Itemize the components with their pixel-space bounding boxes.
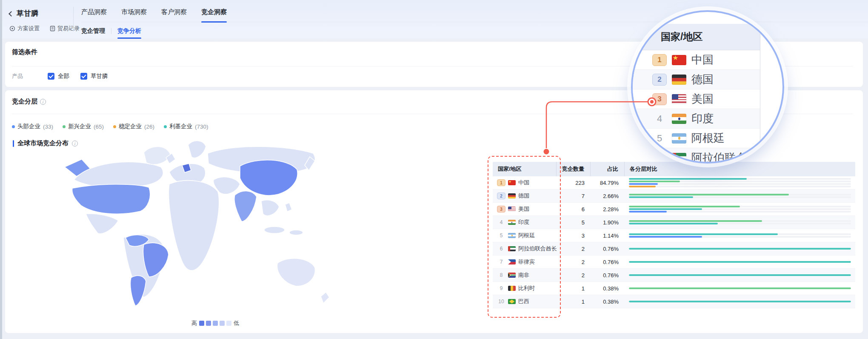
- legend-count: (33): [43, 124, 53, 130]
- tier-bars-cell: [625, 194, 855, 198]
- back-button[interactable]: 草甘膦: [9, 9, 38, 18]
- magnifier-country-name: 德国: [691, 72, 714, 87]
- map-africa: [169, 181, 219, 270]
- legend-label: 利基企业: [169, 123, 192, 130]
- table-row[interactable]: 5阿根廷31.14%: [493, 229, 855, 242]
- info-icon[interactable]: [40, 99, 46, 105]
- country-name: 比利时: [518, 284, 535, 292]
- tab-product-insight[interactable]: 产品洞察: [81, 8, 107, 17]
- tier-bars-cell: [625, 248, 855, 250]
- country-cell: 2德国: [493, 192, 557, 200]
- competitor-count: 2: [557, 272, 591, 279]
- col-country[interactable]: 国家/地区: [493, 162, 557, 176]
- flag-cn-icon: [508, 180, 516, 185]
- scale-square: [213, 321, 218, 326]
- subtab-competitor-management[interactable]: 竞企管理: [81, 27, 105, 35]
- percent-value: 2.28%: [591, 206, 625, 213]
- competitor-count: 1: [557, 299, 591, 305]
- magnifier-row: 1中国: [631, 50, 760, 70]
- bar-track: [629, 248, 851, 250]
- subtab-competition-analysis[interactable]: 竞争分析: [117, 27, 141, 35]
- flag-br-icon: [508, 299, 516, 304]
- table-row[interactable]: 1中国22384.79%: [493, 176, 855, 190]
- table-row[interactable]: 3美国62.28%: [493, 203, 855, 216]
- map-china: [240, 160, 297, 195]
- percent-value: 2.66%: [591, 193, 625, 199]
- bar-fill-top: [629, 211, 667, 213]
- flag-za-icon: [508, 273, 516, 278]
- legend-dot-icon: [113, 125, 116, 128]
- bar-fill-niche: [629, 178, 747, 180]
- stratification-title-row: 竞企分层: [12, 98, 46, 106]
- bar-fill-emerging: [629, 206, 740, 207]
- table-row[interactable]: 2德国72.66%: [493, 190, 855, 203]
- legend-item-stable[interactable]: 稳定企业(26): [113, 123, 154, 130]
- bar-fill-niche: [629, 301, 851, 302]
- bar-fill-top: [629, 183, 658, 185]
- scale-square: [199, 321, 204, 326]
- table-row[interactable]: 7菲律宾20.76%: [493, 256, 855, 269]
- percent-value: 1.14%: [591, 233, 625, 239]
- bar-track: [629, 220, 851, 222]
- rank-number: 5: [652, 133, 667, 144]
- legend-item-niche[interactable]: 利基企业(730): [164, 123, 208, 130]
- checkbox-option-all-label: 全部: [58, 72, 69, 80]
- bar-fill-niche: [629, 208, 702, 210]
- product-filter-row: 产品 全部 草甘膦: [12, 71, 119, 82]
- map-philippines: [285, 203, 292, 212]
- tab-customer-insight[interactable]: 客户洞察: [161, 8, 187, 17]
- bar-fill-niche: [629, 196, 693, 198]
- plan-settings-button[interactable]: 方案设置: [9, 25, 40, 32]
- magnifier-row: 3美国: [631, 89, 760, 109]
- bar-fill-niche: [629, 274, 851, 276]
- table-row[interactable]: 10巴西10.38%: [493, 295, 855, 308]
- map-new-zealand: [321, 292, 329, 303]
- table-row[interactable]: 8南非20.76%: [493, 269, 855, 282]
- rank-badge-2-icon: 2: [652, 74, 667, 86]
- table-row[interactable]: 4印度51.90%: [493, 216, 855, 229]
- tier-bars-cell: [625, 233, 855, 238]
- bar-track: [629, 196, 851, 198]
- tab-market-insight[interactable]: 市场洞察: [121, 8, 147, 17]
- country-cell: 10巴西: [493, 298, 557, 305]
- legend-item-top[interactable]: 头部企业(33): [12, 123, 53, 130]
- col-percent[interactable]: 占比: [591, 162, 625, 176]
- world-map[interactable]: [60, 141, 340, 319]
- rank-number: 7: [497, 259, 505, 265]
- competitor-count: 1: [557, 285, 591, 292]
- table-row[interactable]: 6阿拉伯联合酋长20.76%: [493, 242, 855, 256]
- col-count[interactable]: 竞企数量: [557, 162, 591, 176]
- country-cell: 5阿根廷: [493, 232, 557, 239]
- table-row[interactable]: 9比利时10.38%: [493, 282, 855, 295]
- checkbox-option-all[interactable]: 全部: [48, 72, 69, 80]
- col-tier-comparison[interactable]: 各分层对比: [625, 162, 855, 176]
- header-divider: [73, 7, 74, 32]
- bar-fill-niche: [629, 248, 851, 250]
- country-cell: 7菲律宾: [493, 258, 557, 266]
- checkbox-option-glyphosate[interactable]: 草甘膦: [80, 72, 108, 80]
- percent-value: 0.76%: [591, 246, 625, 252]
- page-title: 草甘膦: [17, 9, 38, 18]
- legend-label: 头部企业: [17, 123, 40, 130]
- map-greenland: [144, 147, 170, 164]
- back-chevron-icon: [9, 11, 14, 17]
- map-argentina: [130, 276, 146, 306]
- rank-number: 5: [497, 233, 505, 238]
- map-scandinavia: [188, 141, 206, 158]
- country-name: 南非: [518, 271, 529, 279]
- magnifier-row: 4印度: [631, 109, 760, 129]
- trade-records-button[interactable]: 贸易记录: [50, 25, 80, 32]
- legend-label: 稳定企业: [119, 123, 142, 130]
- filter-panel-title: 筛选条件: [12, 48, 37, 56]
- legend-item-emerging[interactable]: 新兴企业(65): [63, 123, 104, 130]
- country-name: 菲律宾: [518, 258, 535, 266]
- rank-number: 9: [497, 285, 505, 291]
- plan-settings-label: 方案设置: [17, 25, 40, 32]
- tab-competitor-insight[interactable]: 竞企洞察: [201, 8, 227, 17]
- bar-track: [629, 261, 851, 263]
- legend-dot-icon: [12, 125, 15, 128]
- bar-track: [629, 194, 851, 195]
- rank-number: 6: [497, 246, 505, 252]
- legend-dot-icon: [63, 125, 66, 128]
- scale-low-label: 低: [234, 319, 239, 327]
